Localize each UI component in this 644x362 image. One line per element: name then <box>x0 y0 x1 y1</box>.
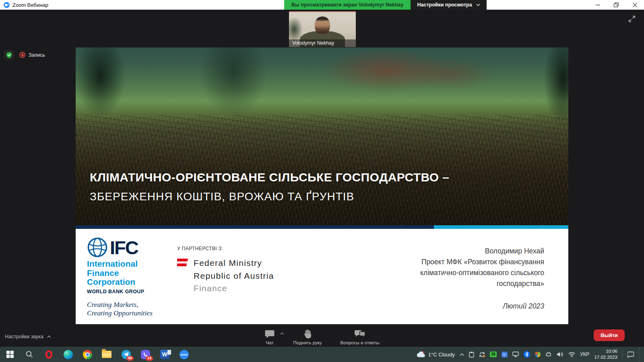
minimize-button[interactable] <box>588 0 607 10</box>
viber-icon[interactable]: 13 <box>140 349 151 360</box>
slide-divider-bar <box>76 225 568 229</box>
display-tray-icon[interactable] <box>512 352 519 357</box>
search-button[interactable] <box>24 349 35 360</box>
divider-cyan-segment <box>434 225 568 229</box>
leave-button[interactable]: Выйти <box>594 329 625 341</box>
weather-text: 1°C Cloudy <box>428 352 455 358</box>
project-line3: господарства» <box>420 278 544 289</box>
meeting-control-bar: Настройки звука Чат <box>0 324 644 347</box>
ifc-tagline-line1: Creating Markets, <box>87 300 153 309</box>
ifc-tagline-line2: Creating Opportunities <box>87 309 153 317</box>
telegram-icon[interactable]: 69 <box>121 349 131 360</box>
weather-widget[interactable]: 1°C Cloudy <box>417 351 455 358</box>
word-document-glyph <box>167 350 171 355</box>
viber-badge: 13 <box>146 356 153 361</box>
network-tray-icon[interactable] <box>568 352 575 357</box>
zoom-logo-small: zoom <box>180 350 189 359</box>
ministry-line1: Federal Ministry <box>194 257 274 269</box>
window-titlebar: Zoom Вебинар Вы просматриваете экран Vol… <box>0 0 644 10</box>
minimize-icon <box>596 3 600 7</box>
chat-button[interactable]: Чат <box>265 329 275 345</box>
chevron-up-icon <box>47 335 51 338</box>
participant-face <box>315 16 330 34</box>
system-tray: 1°C Cloudy 38 <box>417 347 644 362</box>
participant-name-label: Volodymyr Nekhay <box>289 39 356 47</box>
divider-navy-segment <box>76 225 434 229</box>
language-indicator[interactable]: УКР <box>580 352 590 357</box>
start-button[interactable] <box>5 349 15 360</box>
sync-arrows-icon <box>479 352 485 358</box>
sync-tray-icon[interactable] <box>479 352 485 358</box>
view-settings-button[interactable]: Настройки просмотра <box>411 0 486 10</box>
zoom-taskbar-icon[interactable]: zoom <box>179 349 189 360</box>
clock-widget[interactable]: 10:06 17.02.2023 <box>594 348 617 360</box>
defender-tray-icon[interactable] <box>535 352 541 358</box>
slide-title-line2: ЗБЕРЕЖЕННЯ КОШТІВ, ВРОЖАЮ ТА ҐРУНТІВ <box>90 190 449 203</box>
search-icon <box>26 351 33 358</box>
blue-app-tray-icon[interactable] <box>502 352 508 358</box>
wifi-icon <box>568 352 575 357</box>
raise-hand-icon <box>303 329 312 339</box>
chevron-up-icon <box>460 353 464 356</box>
slide-title-line1: КЛІМАТИЧНО-ОРІЄНТОВАНЕ СІЛЬСЬКЕ ГОСПОДАР… <box>90 171 449 184</box>
audio-settings-button[interactable]: Настройки звука <box>5 334 51 339</box>
status-indicators: Запись <box>4 50 45 60</box>
opera-icon[interactable] <box>43 349 54 360</box>
bluetooth-tray-icon[interactable] <box>524 351 530 358</box>
clock-time: 10:06 <box>594 348 617 354</box>
edge-icon[interactable] <box>63 349 73 360</box>
project-line2: кліматично-оптимізованого сільського <box>420 267 544 278</box>
shared-screen-slide: КЛІМАТИЧНО-ОРІЄНТОВАНЕ СІЛЬСЬКЕ ГОСПОДАР… <box>76 47 568 324</box>
project-line1: Проект МФК «Розвиток фінансування <box>420 257 544 267</box>
tray-separator <box>622 349 623 360</box>
tray-overflow-chevron[interactable] <box>460 353 464 356</box>
world-bank-group-label: WORLD BANK GROUP <box>87 289 153 294</box>
raise-hand-button[interactable]: Поднять руку <box>293 329 322 345</box>
zoom-app-window: Zoom Вебинар Вы просматриваете экран Vol… <box>0 0 644 362</box>
power-plug-icon <box>545 352 552 357</box>
security-shield-color-icon <box>535 352 541 358</box>
partnership-block: У ПАРТНЕРСТВІ З: Federal Ministry Republ… <box>177 246 274 295</box>
recording-label: Запись <box>29 52 45 58</box>
slide-title: КЛІМАТИЧНО-ОРІЄНТОВАНЕ СІЛЬСЬКЕ ГОСПОДАР… <box>90 171 449 203</box>
temperature-tray-badge[interactable]: 38 <box>490 352 497 357</box>
window-title: Zoom Вебинар <box>12 2 48 8</box>
bluetooth-icon <box>524 351 530 358</box>
ifc-name-line1: International <box>87 259 153 269</box>
green-number-badge: 38 <box>490 352 497 357</box>
notification-icon <box>627 352 634 358</box>
monitor-icon <box>512 352 519 357</box>
record-icon <box>19 52 25 58</box>
chrome-icon[interactable] <box>82 349 93 360</box>
close-button[interactable] <box>625 0 644 10</box>
word-icon[interactable]: W <box>159 349 170 360</box>
telegram-badge: 69 <box>126 356 134 361</box>
action-center-button[interactable] <box>627 352 634 358</box>
fullscreen-expand-icon[interactable] <box>628 14 638 24</box>
restore-icon <box>614 2 619 7</box>
slide-credits: Володимир Нехай Проект МФК «Розвиток фін… <box>420 246 544 312</box>
restore-button[interactable] <box>607 0 625 10</box>
security-shield-icon[interactable] <box>4 50 14 60</box>
edge-logo <box>64 350 73 359</box>
show-desktop-button[interactable] <box>639 347 641 362</box>
file-explorer-icon[interactable] <box>101 349 112 360</box>
view-settings-label: Настройки просмотра <box>417 2 472 8</box>
participant-video-thumbnail[interactable]: Volodymyr Nekhay <box>289 11 356 47</box>
chrome-logo <box>83 350 92 359</box>
author-name: Володимир Нехай <box>420 246 544 257</box>
chat-bubble-icon <box>265 330 275 339</box>
ifc-globe-icon <box>87 237 108 258</box>
chat-chevron-up-icon <box>280 332 285 335</box>
ministry-line3: Finance <box>194 282 274 295</box>
zoom-app-icon <box>4 2 10 8</box>
power-tray-icon[interactable] <box>545 352 552 357</box>
recording-indicator: Запись <box>19 52 45 58</box>
qa-button[interactable]: Вопросы и ответы <box>341 329 380 345</box>
slide-footer: IFC International Finance Corporation WO… <box>76 229 568 324</box>
blue-app-glyph <box>502 352 508 358</box>
clipboard-tray-icon[interactable] <box>469 352 474 358</box>
volume-tray-icon[interactable] <box>557 352 564 357</box>
partnership-label: У ПАРТНЕРСТВІ З: <box>177 246 274 251</box>
folder-glyph <box>102 351 111 358</box>
